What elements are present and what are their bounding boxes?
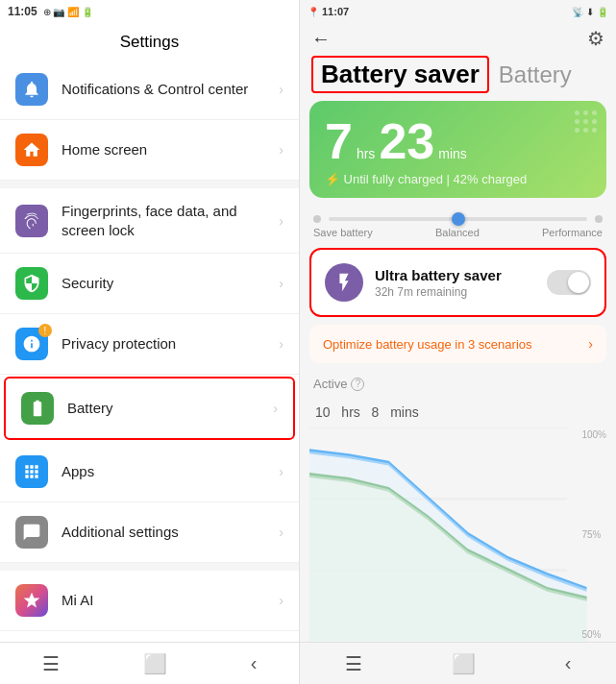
battery-hours: 7: [325, 116, 353, 166]
toggle-thumb: [568, 272, 589, 293]
divider: [0, 181, 299, 188]
ultra-saver-card: Ultra battery saver 32h 7m remaining: [309, 248, 606, 317]
battery-label: Battery: [67, 399, 273, 418]
tab-battery[interactable]: Battery: [499, 61, 572, 89]
battery-subtitle: ⚡ Until fully charged | 42% charged: [325, 172, 591, 186]
apps-label: Apps: [62, 462, 279, 481]
chart-area: 100% 75% 50%: [309, 428, 606, 642]
active-label: Active ?: [313, 377, 603, 391]
security-label: Security: [62, 274, 279, 293]
status-location-icon: 📍: [308, 7, 319, 17]
home-icon[interactable]: ⬜: [143, 652, 167, 675]
miai-label: Mi AI: [62, 591, 279, 610]
slider-row: [300, 206, 616, 225]
battery-icon: [21, 392, 54, 425]
optimize-text: Optimize battery usage in 3 scenarios: [323, 337, 532, 352]
additional-label: Additional settings: [62, 523, 279, 542]
sidebar-item-battery[interactable]: Battery ›: [4, 377, 295, 440]
sidebar-item-wallet[interactable]: Wallet ›: [0, 631, 299, 642]
optimize-row[interactable]: Optimize battery usage in 3 scenarios ›: [309, 325, 606, 363]
notifications-icon: [15, 73, 48, 106]
back-icon[interactable]: ‹: [251, 652, 258, 674]
active-hrs-label: hrs: [341, 404, 359, 420]
back-icon-right[interactable]: ‹: [565, 652, 572, 674]
menu-icon[interactable]: ☰: [42, 652, 60, 675]
status-icons-left: ⊕ 📷 📶 🔋: [43, 7, 93, 17]
settings-list: Notifications & Control center › Home sc…: [0, 60, 299, 642]
nav-bar-left: ☰ ⬜ ‹: [0, 642, 299, 684]
sidebar-item-additional[interactable]: Additional settings ›: [0, 502, 299, 563]
chevron-icon: ›: [279, 142, 283, 158]
chevron-icon: ›: [279, 82, 283, 97]
ultra-icon: [325, 263, 363, 302]
chevron-icon: ›: [279, 593, 283, 608]
sidebar-item-fingerprints[interactable]: Fingerprints, face data, and screen lock…: [0, 188, 299, 254]
notifications-label: Notifications & Control center: [62, 80, 279, 99]
active-mins-label: mins: [390, 404, 419, 420]
sidebar-item-apps[interactable]: Apps ›: [0, 442, 299, 502]
ultra-subtitle: 32h 7m remaining: [375, 285, 547, 299]
slider-right-dot: [595, 215, 603, 223]
chevron-icon: ›: [279, 213, 283, 229]
right-header: ← ⚙: [300, 23, 616, 56]
privacy-label: Privacy protection: [62, 334, 279, 354]
chart-label-100: 100%: [581, 429, 606, 440]
back-button[interactable]: ←: [311, 28, 331, 50]
status-time-right: 11:07: [322, 6, 349, 17]
optimize-chevron: ›: [588, 336, 593, 352]
status-icons-right: 📡 ⬇ 🔋: [572, 7, 608, 17]
security-icon: [15, 267, 48, 300]
active-section: Active ? 10 hrs 8 mins: [300, 371, 616, 428]
slider-labels: Save battery Balanced Performance: [300, 225, 616, 244]
active-question-icon[interactable]: ?: [351, 378, 364, 391]
nav-bar-right: ☰ ⬜ ‹: [300, 642, 616, 684]
settings-title: Settings: [0, 23, 299, 60]
apps-icon: [15, 455, 48, 488]
tab-battery-saver[interactable]: Battery saver: [311, 56, 489, 93]
right-panel: 📍 11:07 📡 ⬇ 🔋 ← ⚙ Battery saver Battery …: [300, 0, 616, 684]
battery-dots: [575, 110, 597, 133]
fingerprints-label: Fingerprints, face data, and screen lock: [62, 202, 279, 239]
miai-icon: [15, 584, 48, 617]
status-bar-right: 📍 11:07 📡 ⬇ 🔋: [300, 0, 616, 23]
left-panel: 11:05 ⊕ 📷 📶 🔋 Settings Notifications & C…: [0, 0, 300, 684]
sidebar-item-miai[interactable]: Mi AI ›: [0, 571, 299, 631]
status-bar-left: 11:05 ⊕ 📷 📶 🔋: [0, 0, 299, 23]
sidebar-item-privacy[interactable]: ! Privacy protection ›: [0, 314, 299, 375]
slider-perf-label: Performance: [542, 227, 603, 238]
active-mins: 8: [372, 404, 380, 420]
privacy-icon: !: [15, 328, 48, 360]
battery-time-row: 7 hrs 23 mins: [325, 116, 591, 166]
chevron-icon: ›: [279, 276, 283, 291]
slider-balanced-label: Balanced: [435, 227, 480, 238]
slider-left-dot: [313, 215, 321, 223]
ultra-text: Ultra battery saver 32h 7m remaining: [375, 267, 547, 299]
settings-button[interactable]: ⚙: [587, 27, 604, 50]
chevron-icon: ›: [279, 464, 283, 479]
chevron-icon: ›: [279, 336, 283, 352]
time-left: 11:05: [8, 5, 37, 18]
slider-thumb: [452, 212, 465, 226]
active-label-text: Active: [313, 377, 347, 391]
svg-marker-0: [24, 593, 40, 608]
battery-mins: 23: [379, 116, 434, 166]
slider-track[interactable]: [329, 217, 587, 221]
ultra-title: Ultra battery saver: [375, 267, 547, 283]
home-icon-right[interactable]: ⬜: [452, 652, 476, 675]
sidebar-item-notifications[interactable]: Notifications & Control center ›: [0, 60, 299, 120]
tab-row: Battery saver Battery: [300, 56, 616, 101]
chart-label-50: 50%: [581, 629, 606, 640]
chart-label-75: 75%: [581, 529, 606, 540]
homescreen-icon: [15, 134, 48, 166]
slider-save-label: Save battery: [313, 227, 373, 238]
sidebar-item-security[interactable]: Security ›: [0, 254, 299, 314]
chart-svg: [309, 428, 606, 642]
ultra-toggle[interactable]: [547, 270, 591, 295]
sidebar-item-homescreen[interactable]: Home screen ›: [0, 120, 299, 181]
chart-labels: 100% 75% 50%: [581, 428, 606, 642]
menu-icon-right[interactable]: ☰: [345, 652, 362, 675]
additional-icon: [15, 516, 48, 549]
divider: [0, 563, 299, 571]
fingerprints-icon: [15, 205, 48, 237]
chevron-icon: ›: [279, 525, 283, 540]
